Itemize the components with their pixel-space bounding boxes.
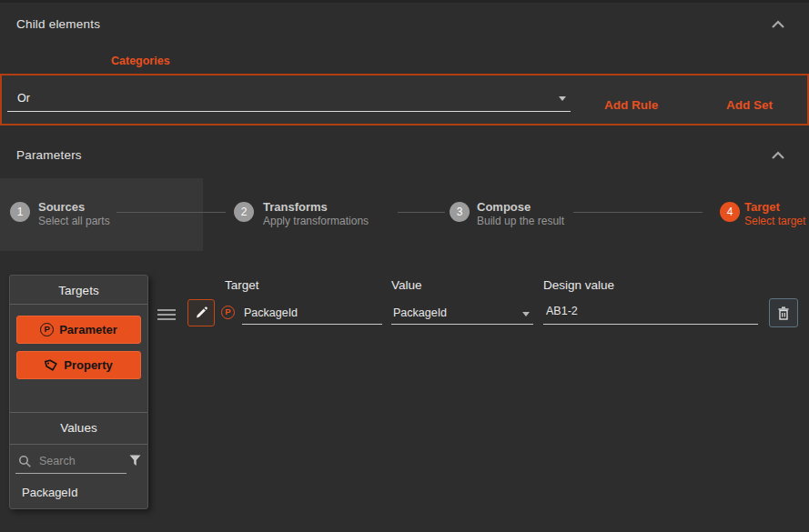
parameters-collapse-button[interactable] [770, 149, 788, 164]
step-connector [573, 212, 703, 213]
rule-operator-select[interactable]: Or [7, 85, 571, 112]
step-1-sources[interactable]: Sources Select all parts [38, 200, 110, 228]
step-1-circle[interactable]: 1 [10, 202, 30, 222]
step-connector [116, 212, 226, 213]
add-set-button[interactable]: Add Set [726, 98, 773, 112]
step-subtitle: Select all parts [38, 214, 110, 228]
filter-funnel-icon[interactable] [129, 455, 141, 467]
design-value-input[interactable] [544, 304, 757, 318]
value-select[interactable]: PackageId [393, 306, 447, 319]
pencil-icon [194, 306, 208, 320]
add-rule-button[interactable]: Add Rule [604, 98, 658, 112]
chevron-down-icon [522, 312, 530, 316]
step-connector [398, 212, 445, 213]
step-title: Transforms [263, 200, 369, 214]
child-elements-collapse-button[interactable] [770, 18, 788, 33]
step-4-circle[interactable]: 4 [720, 202, 740, 222]
values-search-input[interactable] [37, 454, 121, 468]
target-column-header: Target [225, 278, 259, 292]
list-item-packageid[interactable]: PackageId [22, 486, 77, 499]
step-subtitle: Apply transformations [263, 214, 369, 228]
target-field-value: PackageId [244, 306, 298, 319]
search-icon [18, 455, 32, 468]
panel-separator [10, 304, 147, 305]
values-search-row [10, 453, 147, 475]
property-tag-icon [44, 356, 60, 373]
step-3-circle[interactable]: 3 [450, 202, 470, 222]
trash-icon [777, 306, 790, 320]
chevron-up-icon [770, 149, 788, 162]
parameter-p-icon: P [221, 306, 235, 319]
search-underline [15, 473, 126, 474]
panel-separator [10, 444, 147, 445]
target-field-underline [242, 324, 382, 325]
chevron-up-icon [770, 18, 788, 31]
parameter-target-button[interactable]: P Parameter [16, 316, 141, 344]
parameters-section-title: Parameters [16, 148, 82, 162]
design-value-column-header: Design value [543, 278, 614, 292]
targets-values-panel: Targets P Parameter Property Values [9, 275, 148, 509]
row-drag-handle-icon[interactable] [157, 309, 176, 323]
property-button-label: Property [64, 358, 112, 372]
step-4-target[interactable]: Target Select target [744, 200, 805, 228]
step-title: Sources [38, 200, 110, 214]
panel-separator [10, 412, 147, 413]
categories-rule-group: Or Add Rule Add Set [0, 74, 809, 125]
rules-editor-window: Child elements Categories Or Add Rule Ad… [0, 0, 809, 532]
chevron-down-icon [559, 96, 566, 101]
step-title: Compose [477, 200, 564, 214]
categories-label: Categories [111, 55, 170, 67]
delete-row-button[interactable] [769, 298, 798, 327]
step-2-transforms[interactable]: Transforms Apply transformations [263, 200, 369, 228]
values-panel-title: Values [10, 421, 147, 435]
edit-row-button[interactable] [187, 299, 215, 326]
parameter-button-label: Parameter [59, 323, 117, 336]
value-select-underline [391, 324, 533, 325]
step-2-circle[interactable]: 2 [234, 202, 254, 222]
design-value-underline [543, 324, 758, 325]
step-subtitle: Build up the result [477, 214, 564, 228]
window-top-edge [0, 0, 809, 3]
targets-panel-title: Targets [10, 284, 147, 297]
step-subtitle: Select target [744, 214, 805, 228]
rule-operator-value: Or [17, 92, 30, 105]
value-column-header: Value [391, 278, 422, 292]
parameter-p-icon: P [40, 323, 54, 336]
child-elements-section-title: Child elements [16, 17, 100, 31]
property-target-button[interactable]: Property [16, 351, 141, 379]
step-title: Target [744, 200, 805, 214]
step-3-compose[interactable]: Compose Build up the result [477, 200, 564, 228]
